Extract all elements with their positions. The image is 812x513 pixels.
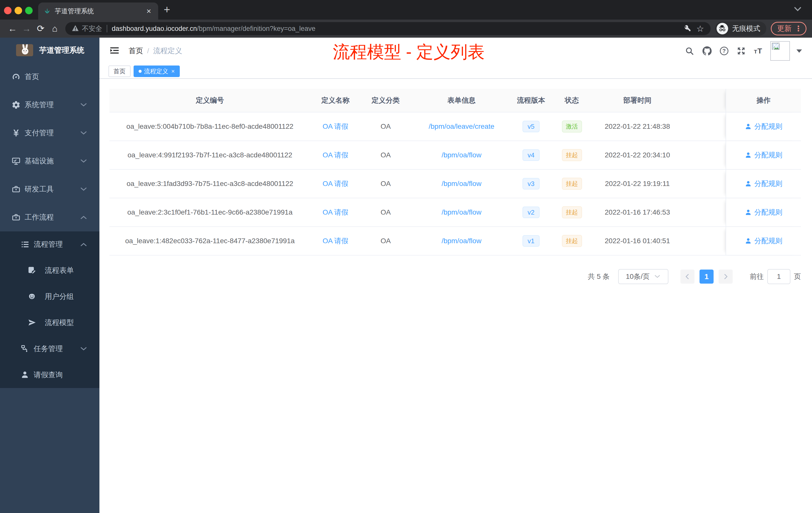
cell-deploy-time: 2022-01-16 17:46:53 — [594, 198, 681, 227]
sidebar-item-infra[interactable]: 基础设施 — [0, 147, 99, 175]
assign-rule-button[interactable]: 分配规则 — [745, 208, 782, 217]
password-key-icon[interactable] — [684, 24, 692, 33]
github-icon[interactable] — [702, 46, 712, 56]
definition-name-link[interactable]: OA 请假 — [323, 122, 348, 131]
url-host[interactable]: dashboard.yudao.iocoder.cn — [112, 25, 197, 33]
form-link[interactable]: /bpm/oa/flow — [442, 180, 482, 188]
avatar-caret-icon[interactable] — [796, 50, 802, 53]
sidebar-item-label: 工作流程 — [25, 212, 54, 222]
sidebar: 芋道管理系统 首页 系统管理 支付管理 — [0, 38, 99, 513]
fullscreen-icon[interactable] — [736, 46, 746, 56]
home-icon[interactable]: ⌂ — [48, 24, 62, 33]
assign-rule-button[interactable]: 分配规则 — [745, 150, 782, 160]
gear-icon — [11, 100, 21, 110]
browser-update-button[interactable]: 更新 ⋮ — [771, 22, 807, 35]
cell-definition-id: oa_leave:4:991f2193-7b7f-11ec-a3c8-acde4… — [110, 141, 310, 169]
cell-filler — [681, 198, 726, 227]
new-tab-button[interactable]: + — [164, 4, 170, 15]
pagination: 共 5 条 10条/页 1 前往 页 — [110, 269, 801, 284]
definition-name-link[interactable]: OA 请假 — [323, 236, 348, 246]
definition-name-link[interactable]: OA 请假 — [323, 179, 348, 188]
close-window-button[interactable] — [4, 7, 11, 14]
window-controls[interactable] — [4, 7, 33, 14]
status-badge: 挂起 — [562, 206, 582, 218]
definition-name-link[interactable]: OA 请假 — [323, 208, 348, 217]
update-label[interactable]: 更新 — [777, 24, 792, 34]
goto-page-input[interactable] — [767, 269, 790, 284]
cell-filler — [681, 141, 726, 169]
sidebar-item-payment[interactable]: 支付管理 — [0, 119, 99, 147]
browser-tab[interactable]: 芋道管理系统 × — [38, 2, 158, 20]
sidebar-item-user-group[interactable]: 用户分组 — [0, 283, 99, 310]
assign-rule-button[interactable]: 分配规则 — [745, 179, 782, 188]
back-icon[interactable]: ← — [5, 24, 20, 33]
document-edit-icon — [28, 266, 37, 275]
form-link[interactable]: /bpm/oa/leave/create — [429, 122, 494, 130]
sidebar-item-leave-query[interactable]: 请假查询 — [0, 362, 99, 388]
sidebar-item-label: 流程管理 — [34, 239, 63, 249]
avatar[interactable] — [770, 41, 790, 61]
forward-icon[interactable]: → — [20, 24, 34, 33]
table-row: oa_leave:5:004b710b-7b8a-11ec-8ef0-acde4… — [110, 113, 801, 141]
address-bar[interactable]: 不安全 dashboard.yudao.iocoder.cn /bpm/mana… — [65, 22, 710, 35]
assign-rule-button[interactable]: 分配规则 — [745, 122, 782, 131]
font-size-icon[interactable]: TT — [754, 47, 762, 55]
sidebar-item-process-mgmt[interactable]: 流程管理 — [0, 232, 99, 258]
bookmark-star-icon[interactable]: ☆ — [696, 24, 704, 34]
form-link[interactable]: /bpm/oa/flow — [442, 208, 482, 216]
security-label[interactable]: 不安全 — [82, 24, 102, 33]
assign-rule-label: 分配规则 — [754, 208, 782, 217]
browser-menu-kebab-icon[interactable]: ⋮ — [795, 25, 802, 32]
cell-filler — [681, 227, 726, 255]
table-row: oa_leave:4:991f2193-7b7f-11ec-a3c8-acde4… — [110, 141, 801, 170]
tag-close-icon[interactable]: × — [171, 68, 175, 74]
sidebar-item-devtools[interactable]: 研发工具 — [0, 175, 99, 203]
select-chevron-icon — [654, 274, 661, 279]
form-link[interactable]: /bpm/oa/flow — [442, 237, 482, 245]
sidebar-item-workflow[interactable]: 工作流程 — [0, 203, 99, 232]
next-page-button[interactable] — [719, 270, 733, 283]
breadcrumb-home[interactable]: 首页 — [128, 46, 143, 56]
breadcrumb-current: 流程定义 — [153, 46, 182, 56]
assign-rule-label: 分配规则 — [754, 150, 782, 160]
col-header: 操作 — [726, 89, 801, 112]
version-badge: v4 — [522, 149, 539, 161]
tag-home[interactable]: 首页 — [109, 65, 130, 77]
help-icon[interactable]: ? — [720, 47, 728, 55]
toolbox-icon — [11, 185, 21, 194]
sidebar-item-system[interactable]: 系统管理 — [0, 91, 99, 119]
sidebar-item-home[interactable]: 首页 — [0, 63, 99, 91]
chevron-down-icon — [80, 185, 87, 193]
prev-page-button[interactable] — [680, 270, 695, 283]
annotation-title: 流程模型 - 定义列表 — [333, 41, 485, 63]
page-number-button[interactable]: 1 — [699, 270, 714, 283]
assign-rule-button[interactable]: 分配规则 — [745, 236, 782, 246]
status-badge: 激活 — [562, 120, 582, 132]
assign-rule-label: 分配规则 — [754, 236, 782, 246]
hamburger-icon[interactable] — [110, 46, 119, 56]
chevron-down-icon — [80, 129, 87, 137]
tab-search-chevron-icon[interactable] — [793, 6, 802, 13]
cell-filler — [681, 170, 726, 198]
zoom-window-button[interactable] — [25, 7, 33, 14]
chevron-up-icon — [80, 213, 87, 221]
sidebar-item-process-form[interactable]: 流程表单 — [0, 258, 99, 283]
url-path[interactable]: /bpm/manager/definition?key=oa_leave — [197, 25, 680, 33]
sidebar-item-label: 研发工具 — [25, 184, 54, 194]
definition-name-link[interactable]: OA 请假 — [323, 150, 348, 160]
sidebar-item-task-mgmt[interactable]: 任务管理 — [0, 336, 99, 362]
logo-row[interactable]: 芋道管理系统 — [0, 38, 99, 63]
goto-label: 前往 — [750, 272, 764, 281]
cell-definition-id: oa_leave:2:3c1f0ef1-76b1-11ec-9c66-a2380… — [110, 198, 310, 227]
reload-icon[interactable]: ⟳ — [34, 24, 48, 33]
status-badge: 挂起 — [562, 149, 582, 161]
robot-face-icon — [28, 292, 37, 301]
tag-process-definition[interactable]: 流程定义 × — [134, 65, 180, 77]
browser-chrome: 芋道管理系统 × + ← → ⟳ ⌂ 不安全 dashboard.yudao.i… — [0, 0, 812, 38]
tab-close-icon[interactable]: × — [145, 7, 153, 15]
form-link[interactable]: /bpm/oa/flow — [442, 151, 482, 159]
search-icon[interactable] — [685, 46, 694, 56]
page-size-select[interactable]: 10条/页 — [618, 269, 668, 284]
sidebar-item-process-model[interactable]: 流程模型 — [0, 310, 99, 336]
minimize-window-button[interactable] — [14, 7, 22, 14]
